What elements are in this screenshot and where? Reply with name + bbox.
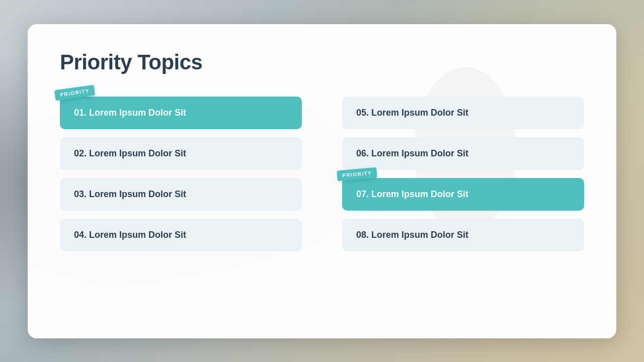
- priority-badge-01: PRIORITY: [54, 84, 95, 101]
- topic-07[interactable]: PRIORITY 07. Lorem Ipsum Dolor Sit: [342, 178, 584, 211]
- topic-02-label: 02. Lorem Ipsum Dolor Sit: [74, 148, 186, 159]
- topic-04-label: 04. Lorem Ipsum Dolor Sit: [74, 230, 186, 240]
- right-column: 05. Lorem Ipsum Dolor Sit 06. Lorem Ipsu…: [342, 97, 584, 251]
- page-title: Priority Topics: [60, 50, 584, 74]
- topic-08[interactable]: 08. Lorem Ipsum Dolor Sit: [342, 219, 584, 251]
- topic-06[interactable]: 06. Lorem Ipsum Dolor Sit: [342, 137, 584, 170]
- topic-06-label: 06. Lorem Ipsum Dolor Sit: [356, 148, 468, 159]
- topic-03[interactable]: 03. Lorem Ipsum Dolor Sit: [60, 178, 302, 211]
- left-column: PRIORITY 01. Lorem Ipsum Dolor Sit 02. L…: [60, 97, 302, 251]
- main-card: Priority Topics PRIORITY 01. Lorem Ipsum…: [28, 24, 616, 338]
- topic-02[interactable]: 02. Lorem Ipsum Dolor Sit: [60, 137, 302, 170]
- topic-05-label: 05. Lorem Ipsum Dolor Sit: [356, 108, 468, 118]
- priority-badge-07: PRIORITY: [337, 167, 377, 181]
- topic-01-label: 01. Lorem Ipsum Dolor Sit: [74, 108, 186, 118]
- topic-07-label: 07. Lorem Ipsum Dolor Sit: [356, 189, 468, 200]
- topic-03-label: 03. Lorem Ipsum Dolor Sit: [74, 189, 186, 200]
- topic-05[interactable]: 05. Lorem Ipsum Dolor Sit: [342, 97, 584, 129]
- topic-08-label: 08. Lorem Ipsum Dolor Sit: [356, 230, 468, 240]
- topic-01[interactable]: PRIORITY 01. Lorem Ipsum Dolor Sit: [60, 97, 302, 129]
- topics-grid: PRIORITY 01. Lorem Ipsum Dolor Sit 02. L…: [60, 97, 584, 251]
- topic-04[interactable]: 04. Lorem Ipsum Dolor Sit: [60, 219, 302, 251]
